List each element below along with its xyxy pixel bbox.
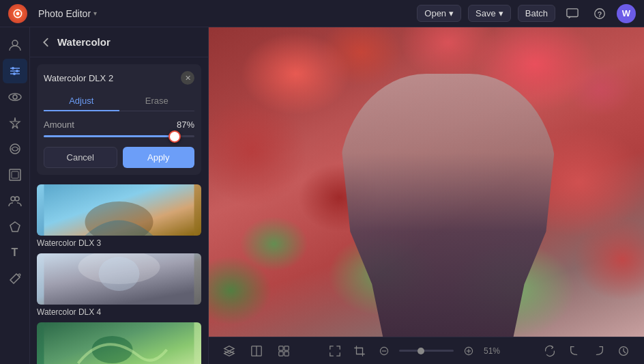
layers-button[interactable] bbox=[220, 341, 239, 361]
tab-adjust[interactable]: Adjust bbox=[44, 92, 119, 111]
sidebar-item-text[interactable]: T bbox=[3, 240, 27, 265]
svg-rect-2 bbox=[567, 8, 578, 16]
thumbnail-dlx5 bbox=[37, 322, 201, 364]
filter-tabs: Adjust Erase bbox=[44, 92, 194, 111]
open-button[interactable]: Open ▾ bbox=[417, 5, 461, 22]
cancel-button[interactable]: Cancel bbox=[44, 147, 117, 168]
redo-button[interactable] bbox=[589, 341, 609, 361]
zoom-out-button[interactable] bbox=[375, 341, 394, 361]
compare-button[interactable] bbox=[247, 341, 266, 361]
zoom-slider[interactable] bbox=[399, 350, 454, 352]
sidebar-item-effects[interactable] bbox=[3, 137, 27, 161]
back-icon bbox=[40, 36, 52, 48]
magic-icon bbox=[8, 116, 22, 130]
help-button[interactable]: ? bbox=[589, 3, 610, 24]
svg-rect-24 bbox=[99, 257, 140, 291]
amount-value: 87% bbox=[177, 120, 194, 130]
action-buttons: Cancel Apply bbox=[44, 147, 194, 168]
dlx4-preview bbox=[37, 253, 201, 305]
svg-rect-31 bbox=[279, 351, 283, 355]
sidebar-item-view[interactable] bbox=[3, 85, 27, 109]
app-logo bbox=[8, 4, 27, 23]
svg-point-17 bbox=[11, 197, 15, 201]
tools-icon bbox=[8, 272, 22, 285]
tab-erase[interactable]: Erase bbox=[119, 92, 195, 111]
amount-slider[interactable] bbox=[44, 135, 194, 137]
grid-button[interactable] bbox=[274, 341, 293, 361]
fullscreen-button[interactable] bbox=[325, 341, 345, 361]
undo-button[interactable] bbox=[565, 341, 584, 361]
thumbnail-dlx4 bbox=[37, 253, 201, 305]
close-icon: ✕ bbox=[185, 74, 191, 83]
fullscreen-icon bbox=[329, 345, 341, 357]
list-item[interactable]: Watercolor DLX 3 bbox=[37, 184, 201, 248]
grid-icon bbox=[278, 345, 290, 357]
svg-point-7 bbox=[12, 67, 14, 70]
sidebar-item-people[interactable] bbox=[3, 188, 27, 213]
history-button[interactable] bbox=[614, 341, 633, 361]
filter-dialog: Watercolor DLX 2 ✕ Adjust Erase Amount 8… bbox=[37, 64, 201, 175]
bottombar-center: 51% bbox=[325, 341, 508, 361]
svg-point-5 bbox=[12, 40, 18, 46]
dlx5-preview bbox=[37, 322, 201, 364]
svg-marker-19 bbox=[10, 222, 20, 232]
objects-icon bbox=[8, 220, 22, 234]
thumbnails-list: Watercolor DLX 3 bbox=[30, 182, 208, 364]
main-area: T Watercolor Watercolor DLX 2 ✕ bbox=[0, 27, 644, 364]
zoom-out-icon bbox=[379, 346, 390, 356]
zoom-handle bbox=[418, 348, 424, 354]
list-item[interactable]: Watercolor DLX 4 bbox=[37, 253, 201, 317]
left-sidebar: T bbox=[0, 27, 30, 364]
view-icon bbox=[8, 90, 22, 104]
watercolor-overlay bbox=[209, 27, 644, 337]
bottombar-left bbox=[220, 341, 293, 361]
bottombar: 51% bbox=[209, 337, 644, 364]
adjustments-icon bbox=[8, 64, 22, 78]
save-label: Save bbox=[475, 8, 496, 18]
svg-rect-29 bbox=[279, 346, 283, 350]
filter-dialog-header: Watercolor DLX 2 ✕ bbox=[44, 71, 194, 85]
logo-icon bbox=[12, 8, 23, 19]
panel-header: Watercolor bbox=[30, 27, 208, 57]
redo-icon bbox=[593, 345, 605, 357]
list-item[interactable]: Watercolor DLX 5 bbox=[37, 322, 201, 364]
sidebar-item-tools[interactable] bbox=[3, 266, 27, 291]
refresh-button[interactable] bbox=[540, 341, 559, 361]
people-icon bbox=[8, 194, 22, 208]
layers-icon bbox=[223, 345, 235, 357]
avatar[interactable]: W bbox=[617, 4, 636, 23]
canvas-image[interactable] bbox=[209, 27, 644, 337]
save-button[interactable]: Save ▾ bbox=[468, 5, 511, 22]
topbar: Photo Editor ▾ Open ▾ Save ▾ Batch ? W bbox=[0, 0, 644, 27]
refresh-icon bbox=[544, 345, 556, 357]
message-button[interactable] bbox=[562, 3, 583, 24]
svg-rect-15 bbox=[10, 169, 20, 180]
crop-icon bbox=[353, 345, 366, 357]
thumbnail-dlx3-label: Watercolor DLX 3 bbox=[37, 238, 201, 248]
history-icon bbox=[617, 345, 630, 357]
effects-icon bbox=[8, 142, 22, 156]
sidebar-item-frames[interactable] bbox=[3, 163, 27, 187]
apply-button[interactable]: Apply bbox=[123, 147, 195, 168]
zoom-in-button[interactable] bbox=[459, 341, 478, 361]
filter-dialog-close-button[interactable]: ✕ bbox=[181, 71, 194, 85]
sidebar-item-adjustments[interactable] bbox=[3, 59, 27, 83]
sidebar-item-objects[interactable] bbox=[3, 214, 27, 239]
crop-button[interactable] bbox=[350, 341, 369, 361]
save-chevron-icon: ▾ bbox=[499, 8, 503, 18]
sidebar-item-profile[interactable] bbox=[3, 33, 27, 57]
open-chevron-icon: ▾ bbox=[449, 8, 454, 18]
title-chevron-icon: ▾ bbox=[93, 10, 97, 17]
help-icon: ? bbox=[594, 8, 606, 20]
app-title-button[interactable]: Photo Editor ▾ bbox=[34, 5, 101, 22]
zoom-in-icon bbox=[463, 346, 474, 356]
panel-back-button[interactable] bbox=[40, 36, 52, 48]
sidebar-item-magic[interactable] bbox=[3, 111, 27, 135]
amount-row: Amount 87% bbox=[44, 120, 194, 130]
dlx3-preview bbox=[37, 184, 201, 236]
canvas-area: 51% bbox=[209, 27, 644, 364]
thumbnail-dlx3 bbox=[37, 184, 201, 236]
batch-button[interactable]: Batch bbox=[518, 5, 555, 22]
profile-icon bbox=[8, 38, 22, 52]
undo-icon bbox=[568, 345, 581, 357]
